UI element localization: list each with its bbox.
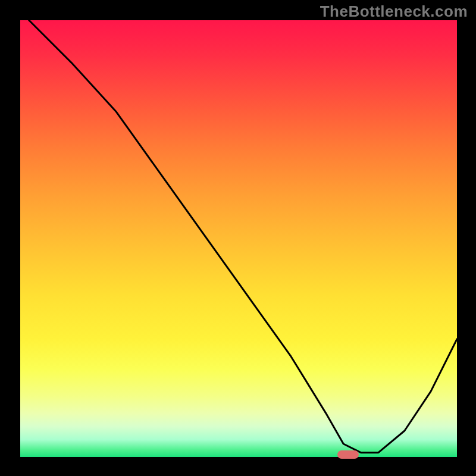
optimum-marker: [337, 450, 359, 459]
plot-background-gradient: [20, 20, 457, 457]
watermark-text: TheBottleneck.com: [320, 2, 468, 21]
chart-frame: TheBottleneck.com: [0, 0, 476, 476]
